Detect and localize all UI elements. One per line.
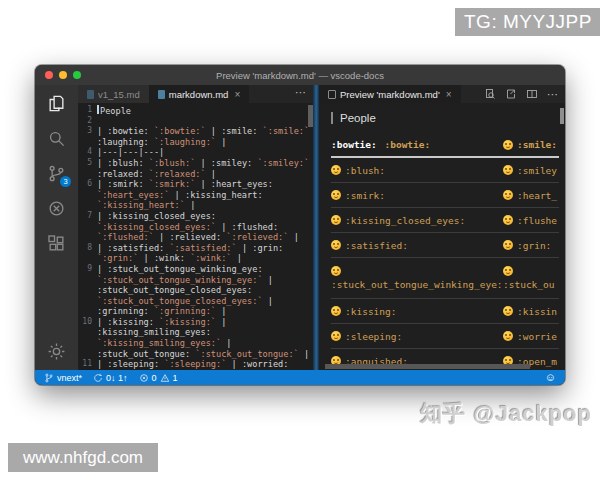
preview-heading: People bbox=[331, 112, 559, 124]
emoji-icon bbox=[331, 165, 341, 175]
preview-table-row: :kissing::kissin bbox=[331, 299, 559, 324]
editor-line: `:grin:` | :wink: `:wink:` | bbox=[78, 253, 313, 264]
watermark-bottom-left: www.nhfgd.com bbox=[8, 443, 158, 472]
tab-bar-source: v1_15.md markdown.md × ⋯ bbox=[78, 85, 313, 103]
emoji-icon bbox=[331, 266, 341, 276]
watermark-zhihu: 知乎 @Jackpop bbox=[420, 399, 592, 429]
editor-line: :stuck_out_tongue_closed_eyes: bbox=[78, 285, 313, 296]
explorer-icon[interactable] bbox=[47, 94, 66, 113]
traffic-lights bbox=[45, 71, 81, 79]
editor-line: `:kissing_closed_eyes:` | :flushed: bbox=[78, 222, 313, 233]
editor-line: 9| :stuck_out_tongue_winking_eye: bbox=[78, 264, 313, 275]
preview-table-cell: :worrie bbox=[503, 331, 559, 342]
preview-table-cell: :kissing_closed_eyes: bbox=[331, 215, 503, 226]
vscode-window: Preview 'markdown.md' — vscode-docs 3 bbox=[35, 65, 565, 385]
editor-line: 3| :bowtie: `:bowtie:` | :smile: `:smile… bbox=[78, 126, 313, 137]
preview-vertical-scrollbar-thumb[interactable] bbox=[560, 108, 564, 124]
editor-lines: 1People23| :bowtie: `:bowtie:` | :smile:… bbox=[78, 105, 313, 370]
editor-line: 8| :satisfied: `:satisfied:` | :grin: bbox=[78, 243, 313, 254]
extensions-icon[interactable] bbox=[47, 234, 66, 253]
preview-file-icon bbox=[328, 90, 336, 99]
preview-table-cell: :kissin bbox=[503, 306, 559, 317]
zoom-window-button[interactable] bbox=[73, 71, 81, 79]
editor-line: 7| :kissing_closed_eyes: bbox=[78, 211, 313, 222]
sync-counts: 0↓ 1↑ bbox=[106, 373, 128, 383]
close-tab-icon[interactable]: × bbox=[234, 89, 240, 100]
editor-line: :stuck_out_tongue: `:stuck_out_tongue:` … bbox=[78, 349, 313, 360]
emoji-icon bbox=[503, 266, 513, 276]
sync-status[interactable]: 0↓ 1↑ bbox=[93, 373, 128, 383]
more-actions-icon[interactable]: ⋯ bbox=[295, 86, 306, 99]
emoji-icon bbox=[331, 215, 341, 225]
minimize-window-button[interactable] bbox=[59, 71, 67, 79]
show-source-icon[interactable] bbox=[484, 88, 496, 100]
emoji-icon bbox=[331, 240, 341, 250]
editor-line: 4|---|---|---| bbox=[78, 147, 313, 158]
split-editor-icon[interactable] bbox=[526, 88, 538, 100]
debug-icon[interactable] bbox=[47, 199, 66, 218]
warning-count: 1 bbox=[173, 373, 178, 383]
emoji-icon bbox=[503, 331, 513, 341]
preview-table-cell: :grin: bbox=[503, 240, 559, 251]
close-window-button[interactable] bbox=[45, 71, 53, 79]
editor-line: :relaxed: `:relaxed:` | bbox=[78, 169, 313, 180]
emoji-icon bbox=[331, 306, 341, 316]
source-control-badge: 3 bbox=[60, 176, 71, 187]
search-icon[interactable] bbox=[47, 129, 66, 148]
editor-line: `:stuck_out_tongue_closed_eyes:` | bbox=[78, 296, 313, 307]
editor-line: `:kissing_heart:` | bbox=[78, 200, 313, 211]
emoji-icon bbox=[331, 190, 341, 200]
open-file-icon[interactable] bbox=[505, 88, 517, 100]
sync-icon bbox=[93, 373, 103, 383]
preview-table-row: :smirk::heart_ bbox=[331, 183, 559, 208]
problems-status[interactable]: 0 1 bbox=[139, 373, 178, 383]
feedback-smiley-icon[interactable]: ☺ bbox=[545, 372, 556, 383]
settings-gear-icon[interactable] bbox=[47, 342, 66, 361]
tab-preview-markdown-md[interactable]: Preview 'markdown.md' × bbox=[319, 85, 461, 103]
markdown-file-icon bbox=[158, 90, 165, 99]
editor-line: `:flushed:` | :relieved: `:relieved:` | bbox=[78, 232, 313, 243]
emoji-icon bbox=[503, 140, 513, 150]
smiley-glyph: ☺ bbox=[545, 372, 556, 383]
preview-table-cell: :smiley bbox=[503, 165, 559, 176]
editor-scrollbar-thumb[interactable] bbox=[308, 105, 313, 127]
tab-markdown-md[interactable]: markdown.md × bbox=[149, 85, 250, 103]
preview-table-cell: :stuck_ou bbox=[503, 263, 559, 293]
editor-line: 11| :sleeping: `:sleeping:` | :worried: bbox=[78, 359, 313, 370]
preview-table-cell: :heart_ bbox=[503, 190, 559, 201]
markdown-file-icon bbox=[87, 90, 94, 99]
editor-group-preview: Preview 'markdown.md' × ⋯ People :bowtie… bbox=[319, 85, 565, 370]
preview-table-row: :kissing_closed_eyes::flushe bbox=[331, 208, 559, 233]
tab-label: Preview 'markdown.md' bbox=[340, 89, 440, 100]
tab-v1-15-md[interactable]: v1_15.md bbox=[78, 85, 149, 103]
emoji-icon bbox=[503, 190, 513, 200]
source-editor[interactable]: 1People23| :bowtie: `:bowtie:` | :smile:… bbox=[78, 103, 313, 370]
tab-label: markdown.md bbox=[169, 89, 229, 100]
markdown-preview: People :bowtie: :bowtie::smile::blush::s… bbox=[319, 103, 565, 370]
editor-group-source: v1_15.md markdown.md × ⋯ 1People23| :bow… bbox=[78, 85, 313, 370]
preview-table-cell: :blush: bbox=[331, 165, 503, 176]
error-icon bbox=[139, 373, 149, 383]
branch-name: vnext* bbox=[57, 373, 82, 383]
watermark-top-right: TG: MYYJJPP bbox=[455, 8, 600, 36]
editor-line: :kissing_smiling_eyes: bbox=[78, 327, 313, 338]
source-control-icon[interactable]: 3 bbox=[47, 164, 66, 183]
activity-bar: 3 bbox=[35, 85, 78, 370]
preview-table-cell: :stuck_out_tongue_winking_eye: bbox=[331, 263, 503, 293]
window-title: Preview 'markdown.md' — vscode-docs bbox=[35, 70, 565, 81]
text-cursor bbox=[97, 105, 99, 114]
close-tab-icon[interactable]: × bbox=[446, 89, 452, 100]
editor-line: :laughing: `:laughing:` | bbox=[78, 137, 313, 148]
preview-horizontal-scrollbar-thumb[interactable] bbox=[325, 364, 530, 369]
more-actions-icon[interactable]: ⋯ bbox=[547, 88, 558, 101]
preview-table-row: :stuck_out_tongue_winking_eye::stuck_ou bbox=[331, 258, 559, 299]
preview-emoji-table: :bowtie: :bowtie::smile::blush::smiley:s… bbox=[331, 133, 559, 370]
editor-line: `:kissing_smiling_eyes:` | bbox=[78, 338, 313, 349]
title-bar: Preview 'markdown.md' — vscode-docs bbox=[35, 65, 565, 85]
editor-line: :grinning: `:grinning:` | bbox=[78, 306, 313, 317]
preview-table-row: :sleeping::worrie bbox=[331, 324, 559, 349]
git-branch-status[interactable]: vnext* bbox=[44, 373, 82, 383]
preview-tab-actions: ⋯ bbox=[484, 85, 565, 103]
preview-table-row: :bowtie: :bowtie::smile: bbox=[331, 133, 559, 158]
editor-line: 1People bbox=[78, 105, 313, 116]
